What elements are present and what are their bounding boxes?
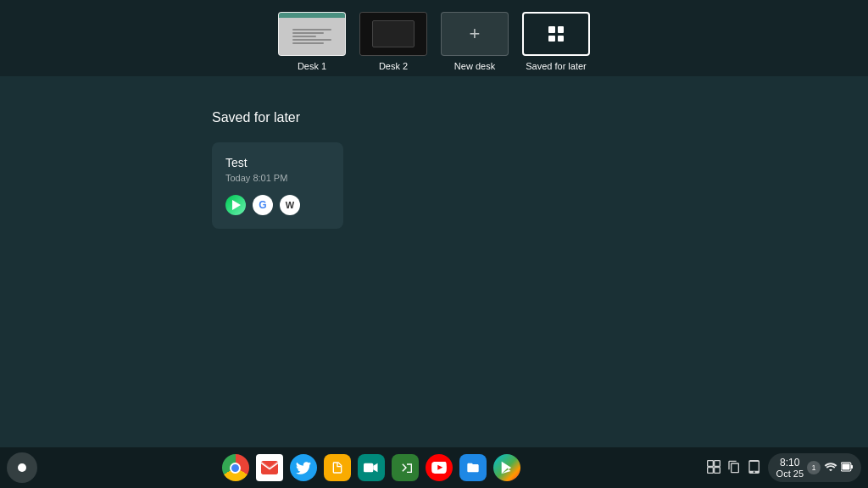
virtual-desk-icon[interactable] <box>705 458 722 478</box>
svg-rect-7 <box>851 465 853 469</box>
card-title: Test <box>225 156 330 169</box>
main-content: Saved for later Test Today 8:01 PM G W <box>0 76 868 447</box>
desk-1-thumbnail[interactable] <box>278 12 346 56</box>
gmail-icon[interactable] <box>254 452 285 483</box>
wikipedia-icon[interactable]: W <box>280 195 300 215</box>
desk-bar: Desk 1 Desk 2 + New desk Saved for later <box>0 0 868 76</box>
tablet-icon[interactable] <box>746 458 763 478</box>
svg-rect-1 <box>707 460 713 466</box>
play-store-icon[interactable] <box>225 195 246 215</box>
youtube-icon[interactable] <box>424 452 454 483</box>
plus-icon: + <box>470 23 481 45</box>
notification-badge: 1 <box>807 461 821 474</box>
caret-icon[interactable] <box>390 452 420 483</box>
svg-rect-6 <box>842 464 849 470</box>
desk-2-thumbnail[interactable] <box>359 12 427 56</box>
play-store-taskbar-icon[interactable] <box>492 452 522 483</box>
meet-icon[interactable] <box>356 452 387 483</box>
clipboard-icon[interactable] <box>726 458 743 478</box>
battery-icon <box>841 461 853 474</box>
saved-for-later-thumbnail[interactable] <box>522 12 590 56</box>
desk-1-label: Desk 1 <box>298 61 326 71</box>
svg-rect-2 <box>714 460 720 466</box>
files-icon[interactable] <box>458 452 488 483</box>
saved-for-later-title: Saved for later <box>212 110 817 125</box>
launcher-button[interactable] <box>7 452 37 483</box>
desk-1-item[interactable]: Desk 1 <box>278 12 346 71</box>
grid-icon <box>548 26 564 42</box>
new-desk-item[interactable]: + New desk <box>441 12 509 71</box>
date-display: Oct 25 <box>776 469 804 479</box>
launcher-dot <box>18 463 26 472</box>
svg-rect-3 <box>707 467 713 473</box>
chrome-icon[interactable] <box>220 452 251 483</box>
taskbar-right: 8:10 Oct 25 1 <box>705 453 861 482</box>
notes-icon[interactable] <box>322 452 353 483</box>
new-desk-label: New desk <box>454 61 495 71</box>
saved-for-later-desk-item[interactable]: Saved for later <box>522 12 590 71</box>
desk-2-item[interactable]: Desk 2 <box>359 12 427 71</box>
card-app-icons: G W <box>225 195 330 215</box>
card-time: Today 8:01 PM <box>225 173 330 183</box>
taskbar: 8:10 Oct 25 1 <box>0 447 868 488</box>
saved-for-later-desk-label: Saved for later <box>526 61 587 71</box>
taskbar-left <box>7 452 37 483</box>
system-tray-icons <box>705 458 763 478</box>
saved-card[interactable]: Test Today 8:01 PM G W <box>212 142 343 229</box>
svg-rect-0 <box>364 463 373 473</box>
system-tray-cluster[interactable]: 8:10 Oct 25 1 <box>768 453 861 482</box>
wifi-icon <box>824 461 837 475</box>
time-display: 8:10 <box>780 457 799 469</box>
google-icon[interactable]: G <box>253 195 273 215</box>
new-desk-thumbnail[interactable]: + <box>441 12 509 56</box>
svg-rect-4 <box>714 467 720 473</box>
notification-badges: 1 <box>807 461 821 474</box>
twitter-icon[interactable] <box>288 452 319 483</box>
taskbar-center <box>37 452 705 483</box>
desk-2-label: Desk 2 <box>379 61 408 71</box>
notification-count: 1 <box>811 463 815 472</box>
